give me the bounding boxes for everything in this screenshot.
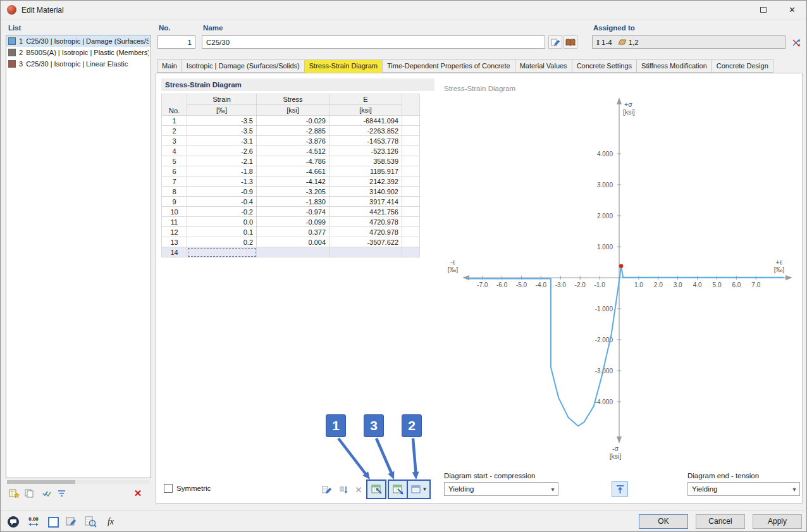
- table-row[interactable]: 9 -0.4 -1.830 3917.414: [162, 197, 420, 207]
- material-list-item[interactable]: 1 C25/30 | Isotropic | Damage (Surfaces/…: [6, 35, 151, 47]
- strain-cell[interactable]: -3.5: [187, 126, 257, 136]
- strain-cell[interactable]: 0.1: [187, 227, 257, 237]
- table-row[interactable]: 7 -1.3 -4.142 2142.392: [162, 176, 420, 187]
- delete-row-button[interactable]: ✕: [352, 483, 365, 497]
- preview-button[interactable]: [83, 514, 98, 529]
- table-row[interactable]: 14: [162, 247, 420, 257]
- strain-cell[interactable]: -3.1: [187, 136, 257, 146]
- table-row[interactable]: 10 -0.2 -0.974 4421.756: [162, 207, 420, 217]
- tab-material-values[interactable]: Material Values: [515, 59, 572, 73]
- table-row[interactable]: 2 -3.5 -2.885 -2263.852: [162, 126, 420, 136]
- stress-cell[interactable]: -0.099: [257, 217, 330, 227]
- maximize-button[interactable]: [749, 1, 777, 19]
- strain-cell[interactable]: -3.5: [187, 116, 257, 126]
- strain-cell[interactable]: -1.3: [187, 176, 257, 187]
- stress-cell[interactable]: -4.142: [257, 176, 330, 187]
- e-cell[interactable]: [330, 247, 402, 257]
- display-settings-button[interactable]: [64, 514, 79, 529]
- e-cell[interactable]: 3917.414: [330, 197, 402, 207]
- stress-cell[interactable]: [257, 247, 330, 257]
- strain-cell[interactable]: 0.2: [187, 237, 257, 247]
- stress-cell[interactable]: -0.974: [257, 207, 330, 217]
- apply-button[interactable]: Apply: [753, 514, 802, 529]
- table-row[interactable]: 6 -1.8 -4.661 1185.917: [162, 166, 420, 176]
- e-cell[interactable]: 1185.917: [330, 166, 402, 176]
- e-cell[interactable]: -68441.094: [330, 116, 402, 126]
- e-cell[interactable]: 4421.756: [330, 207, 402, 217]
- strain-cell[interactable]: -0.2: [187, 207, 257, 217]
- new-material-button[interactable]: [7, 486, 21, 500]
- table-row[interactable]: 5 -2.1 -4.786 358.539: [162, 156, 420, 166]
- import-diagram-button[interactable]: [367, 481, 385, 498]
- units-button[interactable]: [46, 514, 61, 529]
- e-cell[interactable]: -2263.852: [330, 126, 402, 136]
- table-row[interactable]: 8 -0.9 -3.205 3140.902: [162, 187, 420, 197]
- diagram-options-dropdown[interactable]: ▼: [408, 481, 429, 498]
- shift-diagram-button[interactable]: [612, 481, 628, 497]
- tab-time-dependent-properties-of-concrete[interactable]: Time-Dependent Properties of Concrete: [383, 59, 515, 73]
- export-diagram-button[interactable]: [389, 481, 407, 498]
- tab-stiffness-modification[interactable]: Stiffness Modification: [637, 59, 712, 73]
- tab-isotropic-damage-surfaces-solids[interactable]: Isotropic | Damage (Surfaces/Solids): [182, 59, 305, 73]
- table-row[interactable]: 12 0.1 0.377 4720.978: [162, 227, 420, 237]
- e-cell[interactable]: 2142.392: [330, 176, 402, 187]
- diagram-start-select[interactable]: Yielding ▾: [444, 482, 558, 496]
- material-library-button[interactable]: [564, 35, 577, 49]
- tab-concrete-design[interactable]: Concrete Design: [712, 59, 773, 73]
- tab-concrete-settings[interactable]: Concrete Settings: [572, 59, 637, 73]
- scrollbar-thumb[interactable]: [7, 480, 75, 484]
- edit-name-button[interactable]: [548, 35, 562, 49]
- check-materials-button[interactable]: [40, 486, 54, 500]
- e-cell[interactable]: 3140.902: [330, 187, 402, 197]
- table-row[interactable]: 1 -3.5 -0.029 -68441.094: [162, 116, 420, 126]
- table-row[interactable]: 11 0.0 -0.099 4720.978: [162, 217, 420, 227]
- strain-cell[interactable]: -0.4: [187, 197, 257, 207]
- e-cell[interactable]: -3507.622: [330, 237, 402, 247]
- ok-button[interactable]: OK: [639, 514, 688, 529]
- stress-cell[interactable]: -3.205: [257, 187, 330, 197]
- decimal-places-button[interactable]: 0.00: [26, 514, 41, 529]
- diagram-end-select[interactable]: Yielding ▾: [687, 482, 800, 496]
- assigned-to-field[interactable]: I 1-4 1,2: [592, 35, 785, 49]
- material-name-field[interactable]: C25/30: [202, 35, 545, 49]
- edit-table-button[interactable]: [319, 483, 335, 497]
- strain-cell[interactable]: -2.1: [187, 156, 257, 166]
- material-list-item[interactable]: 2 B500S(A) | Isotropic | Plastic (Member…: [6, 47, 151, 58]
- cancel-button[interactable]: Cancel: [696, 514, 745, 529]
- material-no-field[interactable]: 1: [157, 35, 195, 49]
- strain-cell[interactable]: -0.9: [187, 187, 257, 197]
- symmetric-checkbox[interactable]: [164, 484, 173, 493]
- strain-cell[interactable]: -2.6: [187, 146, 257, 156]
- table-row[interactable]: 4 -2.6 -4.512 -523.126: [162, 146, 420, 156]
- stress-cell[interactable]: -4.786: [257, 156, 330, 166]
- stress-cell[interactable]: 0.377: [257, 227, 330, 237]
- sort-rows-button[interactable]: [336, 483, 351, 497]
- formula-button[interactable]: fx: [103, 514, 118, 529]
- stress-cell[interactable]: -1.830: [257, 197, 330, 207]
- tab-stress-strain-diagram[interactable]: Stress-Strain Diagram: [305, 59, 383, 73]
- e-cell[interactable]: 358.539: [330, 156, 402, 166]
- e-cell[interactable]: 4720.978: [330, 227, 402, 237]
- e-cell[interactable]: -523.126: [330, 146, 402, 156]
- copy-material-button[interactable]: [22, 486, 36, 500]
- tab-main[interactable]: Main: [157, 59, 182, 73]
- stress-cell[interactable]: -3.876: [257, 136, 330, 146]
- filter-materials-button[interactable]: [55, 486, 69, 500]
- e-cell[interactable]: -1453.778: [330, 136, 402, 146]
- stress-cell[interactable]: -2.885: [257, 126, 330, 136]
- table-row[interactable]: 13 0.2 0.004 -3507.622: [162, 237, 420, 247]
- comment-button[interactable]: [6, 514, 21, 529]
- stress-cell[interactable]: -0.029: [257, 116, 330, 126]
- e-cell[interactable]: 4720.978: [330, 217, 402, 227]
- strain-cell[interactable]: -1.8: [187, 166, 257, 176]
- material-list-item[interactable]: 3 C25/30 | Isotropic | Linear Elastic: [6, 58, 151, 70]
- delete-all-button[interactable]: ✕: [131, 486, 145, 500]
- stress-cell[interactable]: -4.661: [257, 166, 330, 176]
- strain-cell[interactable]: [187, 247, 257, 257]
- table-row[interactable]: 3 -3.1 -3.876 -1453.778: [162, 136, 420, 146]
- select-objects-button[interactable]: [789, 35, 803, 49]
- strain-cell[interactable]: 0.0: [187, 217, 257, 227]
- stress-cell[interactable]: -4.512: [257, 146, 330, 156]
- stress-cell[interactable]: 0.004: [257, 237, 330, 247]
- close-button[interactable]: ✕: [778, 1, 806, 19]
